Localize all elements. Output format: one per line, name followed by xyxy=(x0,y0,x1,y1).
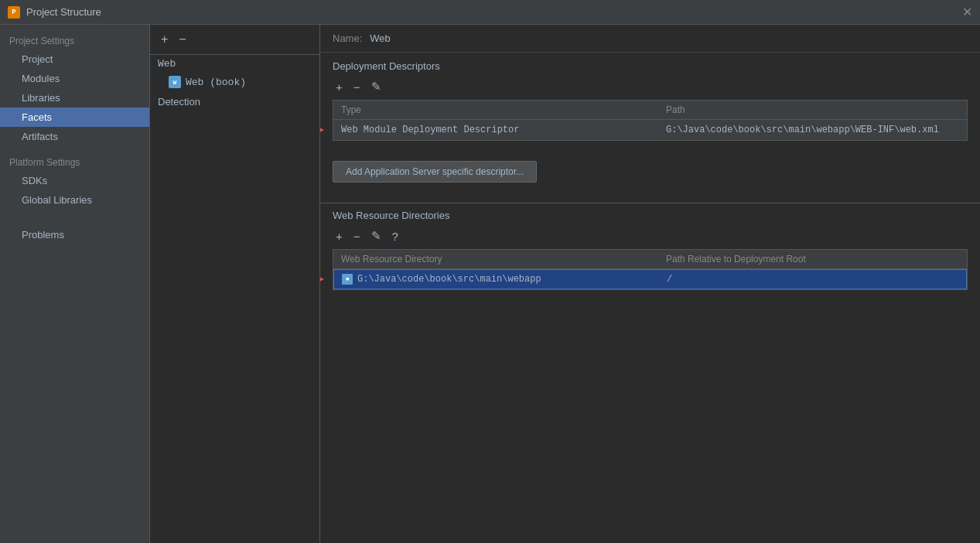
sidebar-item-modules[interactable]: Modules xyxy=(0,69,149,88)
web-dir-column-header: Web Resource Directory xyxy=(333,250,658,268)
name-value: Web xyxy=(370,32,391,44)
deployment-toolbar: + − ✎ xyxy=(333,78,968,95)
deployment-remove-button[interactable]: − xyxy=(350,79,364,95)
deployment-title: Deployment Descriptors xyxy=(333,60,968,72)
platform-settings-label: Platform Settings xyxy=(0,152,149,171)
add-app-descriptor-button[interactable]: Add Application Server specific descript… xyxy=(333,161,537,183)
web-resource-dir-cell: ■ G:\Java\code\book\src\main\webapp xyxy=(334,270,659,289)
right-panel: Name: Web Deployment Descriptors + − ✎ T… xyxy=(320,25,980,543)
name-label: Name: xyxy=(333,32,362,44)
section-divider xyxy=(320,203,980,203)
add-descriptor-wrapper: Add Application Server specific descript… xyxy=(333,147,968,203)
detection-label: Detection xyxy=(150,91,319,112)
resource-help-button[interactable]: ? xyxy=(389,228,401,244)
deployment-type-cell: Web Module Deployment Descriptor xyxy=(333,120,658,140)
window-title: Project Structure xyxy=(26,6,101,18)
sidebar-item-facets[interactable]: Facets xyxy=(0,108,149,127)
sidebar: Project Settings Project Modules Librari… xyxy=(0,25,150,543)
tree-child-web-book[interactable]: W Web (book) xyxy=(150,73,319,91)
app-icon: P xyxy=(8,6,20,19)
web-path-column-header: Path Relative to Deployment Root xyxy=(658,250,967,268)
deployment-table-header: Type Path xyxy=(333,101,967,120)
right-content: Name: Web Deployment Descriptors + − ✎ T… xyxy=(320,25,980,543)
web-resource-table: Web Resource Directory Path Relative to … xyxy=(333,249,968,290)
resource-remove-button[interactable]: − xyxy=(350,228,364,244)
middle-panel: + − Web W Web (book) Detection xyxy=(150,25,320,543)
right-arrow-icon xyxy=(320,122,327,138)
name-row: Name: Web xyxy=(320,25,980,53)
deployment-table: Type Path xyxy=(333,100,968,141)
sidebar-item-libraries[interactable]: Libraries xyxy=(0,88,149,108)
tree-root-web: Web xyxy=(150,55,319,73)
middle-toolbar: + − xyxy=(150,25,319,55)
project-settings-label: Project Settings xyxy=(0,31,149,50)
sidebar-item-global-libraries[interactable]: Global Libraries xyxy=(0,190,149,210)
deployment-table-row[interactable]: Web Module Deployment Descriptor G:\Java… xyxy=(333,120,967,140)
main-container: Project Settings Project Modules Librari… xyxy=(0,25,980,543)
deployment-add-button[interactable]: + xyxy=(333,79,346,95)
web-resource-title: Web Resource Directories xyxy=(333,210,968,221)
web-resource-path-cell: / xyxy=(659,270,966,289)
sidebar-item-artifacts[interactable]: Artifacts xyxy=(0,127,149,146)
resource-add-button[interactable]: + xyxy=(333,228,346,244)
close-button[interactable]: ✕ xyxy=(962,5,972,19)
web-resource-table-row[interactable]: ■ G:\Java\code\book\src\main\webapp / xyxy=(333,269,967,289)
web-resource-toolbar: + − ✎ ? xyxy=(333,227,968,244)
sidebar-item-project[interactable]: Project xyxy=(0,50,149,69)
resource-edit-button[interactable]: ✎ xyxy=(368,227,384,244)
path-column-header: Path xyxy=(658,101,967,119)
remove-facet-button[interactable]: − xyxy=(176,31,189,48)
title-bar-left: P Project Structure xyxy=(8,6,101,19)
web-resource-section: Web Resource Directories + − ✎ ? Web Res… xyxy=(320,210,980,290)
folder-icon: ■ xyxy=(342,274,353,285)
web-facet-icon: W xyxy=(169,76,181,88)
deployment-path-cell: G:\Java\code\book\src\main\webapp\WEB-IN… xyxy=(658,120,967,140)
web-resource-table-header: Web Resource Directory Path Relative to … xyxy=(333,250,967,269)
add-facet-button[interactable]: + xyxy=(158,31,171,48)
deployment-edit-button[interactable]: ✎ xyxy=(368,78,384,95)
deployment-row-wrapper: Web Module Deployment Descriptor G:\Java… xyxy=(333,120,967,140)
sidebar-item-sdks[interactable]: SDKs xyxy=(0,171,149,190)
title-bar: P Project Structure ✕ xyxy=(0,0,980,25)
web-resource-row-wrapper: ■ G:\Java\code\book\src\main\webapp / xyxy=(333,269,967,289)
right-arrow-2-icon xyxy=(320,272,327,287)
type-column-header: Type xyxy=(333,101,658,119)
deployment-section: Deployment Descriptors + − ✎ Type Path xyxy=(320,53,980,203)
sidebar-item-problems[interactable]: Problems xyxy=(0,225,149,244)
